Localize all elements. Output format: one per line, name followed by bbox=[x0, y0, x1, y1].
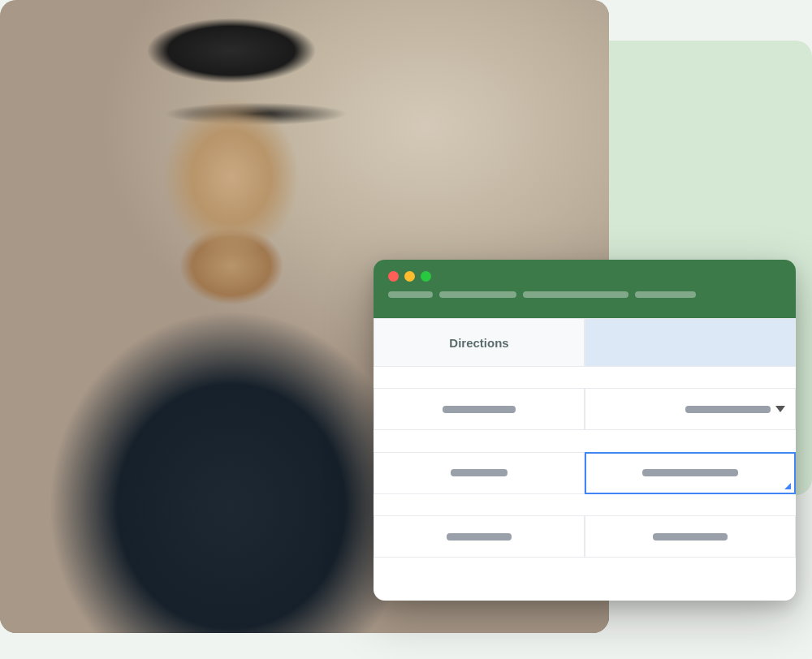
url-segment-3 bbox=[523, 291, 628, 298]
data-bar-1-left bbox=[443, 406, 516, 413]
url-segment-1 bbox=[388, 291, 433, 298]
data-row-2-left bbox=[374, 452, 585, 494]
data-row-3-left bbox=[374, 515, 585, 558]
url-segment-2 bbox=[439, 291, 516, 298]
data-bar-3-left bbox=[447, 533, 512, 541]
header-directions-label: Directions bbox=[449, 336, 508, 350]
header-cell-directions: Directions bbox=[374, 318, 585, 367]
data-bar-2-right bbox=[642, 469, 738, 476]
data-row-3-right bbox=[585, 515, 796, 558]
browser-window: Directions bbox=[374, 260, 796, 601]
url-segment-4 bbox=[635, 291, 696, 298]
data-row-1-right[interactable] bbox=[585, 388, 796, 430]
browser-titlebar bbox=[374, 260, 796, 318]
data-bar-1-right bbox=[685, 406, 771, 413]
data-row-1-left bbox=[374, 388, 585, 430]
spreadsheet-content: Directions bbox=[374, 318, 796, 601]
data-bar-2-left bbox=[451, 469, 508, 476]
url-bar bbox=[388, 291, 781, 298]
minimize-button-icon[interactable] bbox=[404, 271, 415, 282]
header-cell-right bbox=[585, 318, 796, 367]
close-button-icon[interactable] bbox=[388, 271, 399, 282]
data-bar-3-right bbox=[653, 533, 728, 541]
scene: Directions bbox=[0, 0, 812, 659]
maximize-button-icon[interactable] bbox=[421, 271, 431, 282]
data-row-2-right-input[interactable] bbox=[585, 452, 796, 494]
traffic-lights bbox=[388, 271, 781, 282]
dropdown-arrow-icon[interactable] bbox=[775, 406, 785, 412]
